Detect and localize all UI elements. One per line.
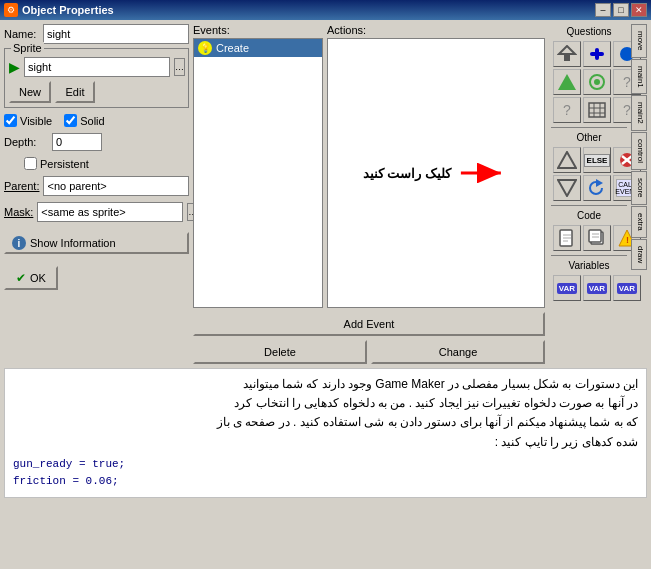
v-btn-1[interactable]: VAR [553,275,581,301]
depth-input[interactable] [52,133,102,151]
sprite-row: ▶ … [9,57,184,77]
sprite-browse-button[interactable]: … [174,58,185,76]
tab-main1[interactable]: main1 [631,59,647,95]
parent-label: Parent: [4,180,39,192]
q-btn-2[interactable] [583,41,611,67]
sprite-button-row: New Edit [9,81,184,103]
persistent-checkbox[interactable] [24,157,37,170]
v-btn-2[interactable]: VAR [583,275,611,301]
q-btn-1[interactable] [553,41,581,67]
svg-marker-7 [558,74,576,90]
mask-label: Mask: [4,206,33,218]
main-window: ⚙ Object Properties – □ ✕ Name: Sprite [0,0,651,569]
window-icon: ⚙ [4,3,18,17]
o-btn-1[interactable] [553,147,581,173]
title-bar: ⚙ Object Properties – □ ✕ [0,0,651,20]
svg-marker-19 [558,180,576,196]
solid-checkbox-label[interactable]: Solid [64,114,104,127]
code-line-1: gun_ready = true; [13,456,638,474]
q-btn-5[interactable] [583,69,611,95]
sprite-group-label: Sprite [11,42,44,54]
code-label: Code [549,208,629,223]
middle-buttons: Add Event Delete Change [193,312,545,364]
q-btn-7[interactable]: ? [553,97,581,123]
visible-checkbox-label[interactable]: Visible [4,114,52,127]
persistent-label: Persistent [40,158,89,170]
questions-grid: ? ? ? [549,39,629,125]
other-section: Other ELSE [549,130,629,203]
other-label: Other [549,130,629,145]
content-area: Name: Sprite ▶ … New Edit [0,20,651,569]
events-label: Events: [193,24,323,36]
close-button[interactable]: ✕ [631,3,647,17]
change-button[interactable]: Change [371,340,545,364]
minimize-button[interactable]: – [595,3,611,17]
parent-input[interactable] [43,176,189,196]
sprite-arrow-icon: ▶ [9,59,20,75]
name-input[interactable] [43,24,189,44]
events-actions-row: Events: 💡 Create Actions: [193,24,545,308]
show-info-label: Show Information [30,237,116,249]
tab-draw[interactable]: draw [631,239,647,270]
divider-2 [551,205,627,206]
window-title: Object Properties [22,4,114,16]
ok-checkmark: ✔ [16,271,26,285]
ok-button[interactable]: ✔ OK [4,266,58,290]
c-btn-2[interactable] [583,225,611,251]
add-event-button[interactable]: Add Event [193,312,545,336]
code-section: Code ! [549,208,629,253]
middle-panel: Events: 💡 Create Actions: [193,24,545,364]
divider-3 [551,255,627,256]
name-label: Name: [4,28,39,40]
name-row: Name: [4,24,189,44]
variables-section: Variables VAR VAR VAR [549,258,629,303]
o-btn-2[interactable]: ELSE [583,147,611,173]
o-btn-4[interactable] [553,175,581,201]
questions-label: Questions [549,24,629,39]
tab-control[interactable]: control [631,132,647,170]
bottom-para-2: در آنها به صورت دلخواه تغییرات نیز ایجاد… [13,394,638,413]
other-grid: ELSE CALLEVEN [549,145,629,203]
delete-button[interactable]: Delete [193,340,367,364]
visible-checkbox[interactable] [4,114,17,127]
actions-listbox[interactable]: کلیک راست کنید [327,38,545,308]
tab-main2[interactable]: main2 [631,95,647,131]
persistent-row: Persistent [4,157,189,170]
code-block: gun_ready = true; friction = 0.06; [13,456,638,491]
event-create-label: Create [216,42,249,54]
sprite-input[interactable] [24,57,170,77]
code-line-2: friction = 0.06; [13,473,638,491]
parent-row: Parent: … [4,176,189,196]
sidebar-main: Questions [549,24,629,364]
maximize-button[interactable]: □ [613,3,629,17]
checkbox-row: Visible Solid [4,114,189,127]
tab-move[interactable]: move [631,24,647,58]
right-sidebar-container: Questions [549,24,647,364]
del-change-row: Delete Change [193,340,545,364]
event-create[interactable]: 💡 Create [194,39,322,57]
event-create-icon: 💡 [198,41,212,55]
edit-button[interactable]: Edit [55,81,95,103]
q-btn-4[interactable] [553,69,581,95]
c-btn-1[interactable] [553,225,581,251]
mask-input[interactable] [37,202,183,222]
solid-checkbox[interactable] [64,114,77,127]
events-listbox[interactable]: 💡 Create [193,38,323,308]
bottom-para-3: که به شما پیشنهاد میکنم از آنها برای دست… [13,413,638,432]
o-btn-5[interactable] [583,175,611,201]
depth-label: Depth: [4,136,48,148]
bottom-text-area: این دستورات به شکل بسیار مفصلی در Game M… [4,368,647,498]
variables-label: Variables [549,258,629,273]
q-btn-8[interactable] [583,97,611,123]
vertical-tabs: move main1 main2 control score extra dra… [631,24,647,364]
variables-grid: VAR VAR VAR [549,273,629,303]
show-info-button[interactable]: i Show Information [4,232,189,254]
info-icon: i [12,236,26,250]
tab-score[interactable]: score [631,171,647,205]
mask-row: Mask: … [4,202,189,222]
divider-1 [551,127,627,128]
new-button[interactable]: New [9,81,51,103]
code-grid: ! [549,223,629,253]
svg-marker-2 [559,46,575,54]
tab-extra[interactable]: extra [631,206,647,238]
